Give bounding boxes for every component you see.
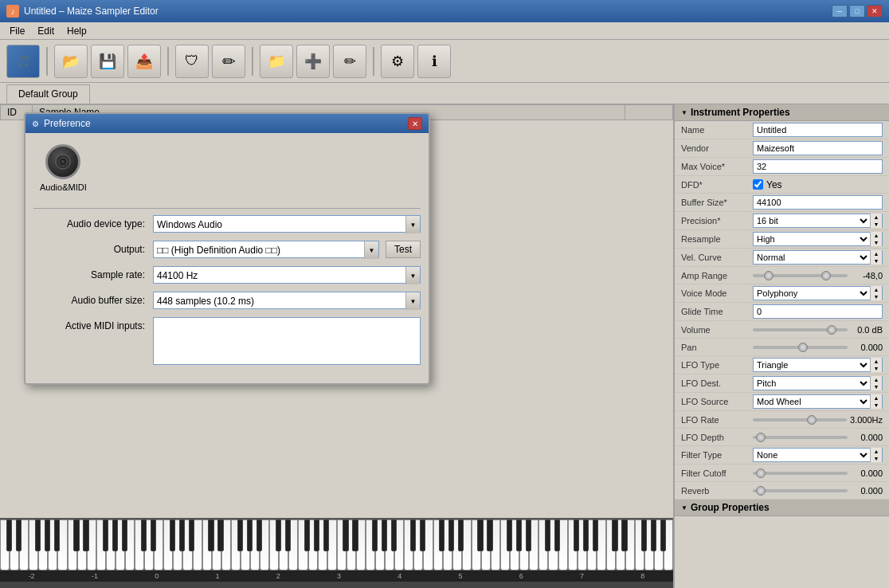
volume-thumb[interactable] [827, 325, 836, 335]
lforate-thumb[interactable] [807, 415, 817, 425]
filtertype-down-icon[interactable]: ▼ [871, 455, 882, 462]
settings-button[interactable]: ⚙ [381, 45, 414, 78]
lfosource-down-icon[interactable]: ▼ [871, 402, 882, 409]
black-key[interactable] [35, 519, 41, 551]
black-key[interactable] [45, 519, 50, 551]
menu-help[interactable]: Help [61, 24, 93, 38]
menu-file[interactable]: File [3, 24, 31, 38]
output-combo[interactable]: □□ (High Definition Audio □□) ▼ [153, 241, 379, 258]
dialog-close-button[interactable]: ✕ [408, 117, 422, 130]
black-key[interactable] [122, 519, 127, 551]
tab-default-group[interactable]: Default Group [6, 84, 90, 104]
info-button[interactable]: ℹ [417, 45, 451, 78]
open-button[interactable]: 📂 [54, 45, 88, 78]
black-key[interactable] [73, 519, 79, 551]
close-button[interactable]: ✕ [867, 5, 883, 18]
filtertype-select[interactable]: None [754, 449, 870, 461]
shield-button[interactable]: 🛡 [175, 45, 209, 78]
lfotype-select[interactable]: Triangle [754, 359, 870, 370]
folder2-button[interactable]: 📁 [260, 45, 293, 78]
black-key[interactable] [487, 519, 492, 551]
reverb-track[interactable] [753, 489, 848, 492]
filtercutoff-track[interactable] [753, 472, 848, 475]
midi-inputs-textarea[interactable] [153, 317, 421, 365]
audio-buffer-combo[interactable]: 448 samples (10.2 ms) ▼ [153, 292, 421, 309]
amprange-left-thumb[interactable] [764, 271, 773, 280]
down-arrow-icon[interactable]: ▼ [871, 221, 882, 228]
black-key[interactable] [276, 519, 281, 551]
black-key[interactable] [516, 519, 522, 551]
save-button[interactable]: 💾 [91, 45, 124, 78]
black-key[interactable] [420, 519, 425, 551]
resample-down-icon[interactable]: ▼ [871, 239, 882, 246]
edit2-button[interactable]: ✏ [333, 45, 366, 78]
lfodest-select[interactable]: Pitch [754, 378, 870, 389]
lfotype-down-icon[interactable]: ▼ [871, 365, 882, 372]
black-key[interactable] [189, 519, 194, 551]
black-key[interactable] [554, 519, 560, 551]
black-key[interactable] [651, 519, 656, 551]
black-key[interactable] [323, 519, 329, 551]
minimize-button[interactable]: ─ [832, 5, 848, 18]
black-key[interactable] [382, 519, 387, 551]
amprange-track[interactable] [753, 274, 848, 277]
pan-track[interactable] [753, 346, 848, 349]
add-button[interactable]: ➕ [296, 45, 330, 78]
black-key[interactable] [217, 519, 223, 551]
black-key[interactable] [237, 519, 243, 551]
resample-up-icon[interactable]: ▲ [871, 232, 882, 239]
reverb-thumb[interactable] [756, 486, 766, 496]
black-key[interactable] [612, 519, 617, 551]
voicemode-up-icon[interactable]: ▲ [871, 286, 882, 293]
black-key[interactable] [660, 519, 666, 551]
lfodepth-thumb[interactable] [756, 433, 766, 442]
black-key[interactable] [477, 519, 483, 551]
vendor-input[interactable] [753, 141, 883, 155]
black-key[interactable] [151, 519, 156, 551]
black-key[interactable] [304, 519, 310, 551]
black-key[interactable] [372, 519, 378, 551]
black-key[interactable] [16, 519, 22, 551]
filtertype-up-icon[interactable]: ▲ [871, 448, 882, 455]
black-key[interactable] [285, 519, 291, 551]
black-key[interactable] [621, 519, 627, 551]
dfd-checkbox[interactable] [753, 179, 763, 190]
edit-button[interactable]: ✏ [212, 45, 245, 78]
audio-device-type-combo[interactable]: Windows Audio ▼ [153, 215, 421, 233]
audio-midi-tab[interactable]: Audio&MIDI [33, 141, 93, 195]
velcurve-down-icon[interactable]: ▼ [871, 257, 882, 265]
name-input[interactable] [753, 123, 883, 137]
logo-button[interactable]: 🎵 [6, 45, 40, 78]
black-key[interactable] [526, 519, 531, 551]
lfodepth-track[interactable] [753, 436, 848, 439]
up-arrow-icon[interactable]: ▲ [871, 214, 882, 221]
menu-edit[interactable]: Edit [31, 24, 61, 38]
maximize-button[interactable]: □ [849, 5, 865, 18]
lfotype-up-icon[interactable]: ▲ [871, 358, 882, 365]
black-key[interactable] [112, 519, 118, 551]
pan-thumb[interactable] [798, 343, 808, 352]
black-key[interactable] [593, 519, 598, 551]
voicemode-select[interactable]: Polyphony [754, 288, 870, 299]
black-key[interactable] [54, 519, 60, 551]
black-key[interactable] [410, 519, 416, 551]
export-button[interactable]: 📤 [127, 45, 161, 78]
velcurve-select[interactable]: Normal [754, 252, 870, 263]
black-key[interactable] [352, 519, 358, 551]
black-key[interactable] [343, 519, 348, 551]
precision-select[interactable]: 16 bit [754, 215, 870, 226]
black-key[interactable] [583, 519, 589, 551]
filtercutoff-thumb[interactable] [756, 468, 766, 478]
black-key[interactable] [507, 519, 512, 551]
lfodest-up-icon[interactable]: ▲ [871, 376, 882, 383]
black-key[interactable] [257, 519, 262, 551]
lfosource-up-icon[interactable]: ▲ [871, 394, 882, 402]
black-key[interactable] [141, 519, 147, 551]
black-key[interactable] [170, 519, 175, 551]
black-key[interactable] [448, 519, 454, 551]
black-key[interactable] [6, 519, 12, 551]
black-key[interactable] [179, 519, 185, 551]
voicemode-down-icon[interactable]: ▼ [871, 293, 882, 300]
lfodest-down-icon[interactable]: ▼ [871, 383, 882, 390]
buffer-size-input[interactable] [753, 195, 883, 210]
